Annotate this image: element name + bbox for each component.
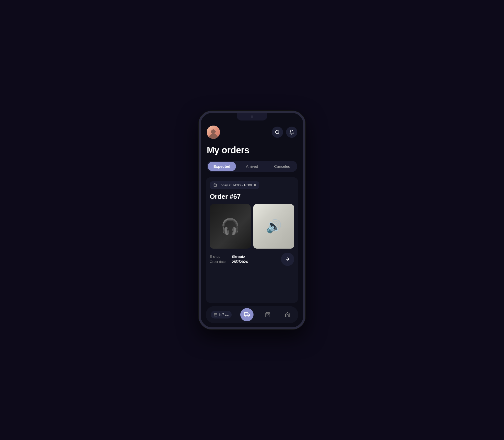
- avatar[interactable]: [207, 126, 220, 139]
- order-date-row: Order date 25/7/2024: [210, 260, 248, 264]
- product-image-headphones: [210, 204, 251, 249]
- svg-point-14: [248, 315, 249, 317]
- bottom-nav: In 7 v...: [206, 306, 298, 323]
- order-details: E-shop Skroutz Order date 25/7/2024: [210, 255, 248, 264]
- store-icon: [285, 312, 290, 317]
- power-button: [305, 160, 305, 175]
- svg-rect-11: [244, 312, 248, 315]
- nav-store-button[interactable]: [282, 309, 293, 320]
- tabs-container: Expected Arrived Canceled: [207, 161, 297, 172]
- status-dot: [254, 184, 256, 186]
- order-number: Order #67: [210, 193, 294, 201]
- product-images: [210, 204, 294, 249]
- nav-orders-button[interactable]: [240, 308, 254, 321]
- vol-down-button: [199, 168, 199, 178]
- page-title: My orders: [201, 143, 303, 161]
- svg-marker-12: [248, 314, 249, 315]
- notch: [237, 113, 267, 120]
- order-detail-button[interactable]: [281, 253, 294, 266]
- truck-icon: [244, 312, 250, 317]
- eshop-row: E-shop Skroutz: [210, 255, 248, 259]
- tab-canceled[interactable]: Canceled: [268, 162, 296, 171]
- eshop-label: E-shop: [210, 255, 229, 259]
- product-image-amp: [253, 204, 294, 249]
- nav-calendar-icon: [214, 313, 217, 316]
- header-icons: [272, 127, 297, 138]
- order-date-label: Order date: [210, 260, 229, 264]
- header: [201, 123, 303, 143]
- nav-delivery-info: In 7 v...: [211, 311, 232, 318]
- camera: [251, 115, 253, 118]
- bag-icon: [265, 312, 271, 317]
- nav-shopping-button[interactable]: [262, 309, 273, 320]
- nav-delivery-text: In 7 v...: [219, 313, 229, 316]
- bell-icon: [289, 130, 294, 135]
- search-button[interactable]: [272, 127, 283, 138]
- calendar-icon: [213, 183, 217, 187]
- order-meta: E-shop Skroutz Order date 25/7/2024: [210, 253, 294, 266]
- phone-screen: My orders Expected Arrived Canceled: [201, 113, 303, 327]
- arrow-right-icon: [285, 257, 290, 262]
- order-card: Today at 14:00 - 16:00 Order #67 E-shop …: [206, 177, 298, 303]
- notification-button[interactable]: [286, 127, 297, 138]
- svg-line-1: [278, 133, 279, 134]
- delivery-time-badge: Today at 14:00 - 16:00: [210, 181, 259, 189]
- screen-content: My orders Expected Arrived Canceled: [201, 113, 303, 327]
- eshop-value: Skroutz: [232, 255, 245, 259]
- svg-rect-2: [214, 184, 217, 187]
- phone-frame: My orders Expected Arrived Canceled: [199, 111, 305, 329]
- vol-up-button: [199, 154, 199, 164]
- tab-expected[interactable]: Expected: [208, 162, 236, 171]
- svg-point-13: [245, 315, 246, 317]
- search-icon: [275, 130, 280, 135]
- svg-rect-7: [214, 313, 217, 316]
- order-date-value: 25/7/2024: [232, 260, 248, 264]
- tab-arrived[interactable]: Arrived: [238, 162, 266, 171]
- delivery-time-text: Today at 14:00 - 16:00: [219, 183, 252, 187]
- avatar-image: [207, 126, 220, 139]
